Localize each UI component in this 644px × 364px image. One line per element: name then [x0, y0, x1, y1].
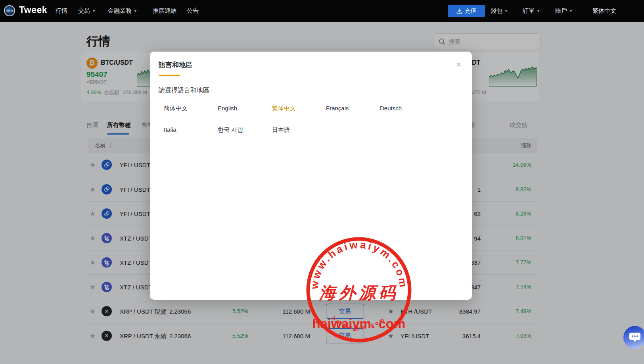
modal-subtitle: 請選擇語言和地區: [159, 87, 209, 95]
language-option-ko[interactable]: 한국 사람: [218, 126, 243, 134]
chevron-down-icon: ▾: [537, 9, 539, 13]
language-option-ja[interactable]: 日本語: [272, 126, 290, 134]
nav-item-trade[interactable]: 交易▾: [78, 7, 95, 15]
brand-logo-icon[interactable]: Tweek: [4, 5, 15, 16]
language-switcher[interactable]: 繁体中文: [592, 7, 616, 15]
language-option-zh-cn[interactable]: 简体中文: [164, 105, 188, 112]
language-option-de[interactable]: Deutsch: [380, 105, 402, 112]
chevron-down-icon: ▾: [505, 9, 507, 13]
language-option-it[interactable]: Italia: [164, 126, 176, 133]
modal-title: 語言和地區: [159, 60, 192, 69]
deposit-label: 充值: [465, 7, 477, 15]
language-option-zh-tw[interactable]: 繁体中文: [272, 105, 296, 112]
language-modal: 語言和地區 ✕ 請選擇語言和地區 简体中文 English 繁体中文 Franç…: [150, 52, 472, 300]
chevron-down-icon: ▾: [570, 9, 572, 13]
brand-name[interactable]: Tweek: [19, 5, 47, 15]
nav-item-markets[interactable]: 行情: [56, 7, 67, 15]
download-icon: [456, 8, 462, 14]
nav-item-referral[interactable]: 推廣連結: [153, 7, 176, 15]
modal-title-underline: [159, 75, 180, 76]
brand-logo-text: Tweek: [6, 10, 13, 12]
nav-item-account[interactable]: 賬戶▾: [555, 7, 572, 15]
top-navbar: Tweek Tweek 行情 交易▾ 金融業務▾ 推廣連結 公告 充值 錢包▾ …: [0, 0, 644, 22]
language-option-en[interactable]: English: [218, 105, 237, 112]
modal-divider: [150, 78, 472, 78]
nav-item-finance[interactable]: 金融業務▾: [108, 7, 136, 15]
chevron-down-icon: ▾: [134, 9, 136, 13]
nav-item-announcements[interactable]: 公告: [187, 7, 199, 15]
app-root: Tweek Tweek 行情 交易▾ 金融業務▾ 推廣連結 公告 充值 錢包▾ …: [0, 0, 644, 364]
nav-item-orders[interactable]: 訂單▾: [523, 7, 539, 15]
language-option-fr[interactable]: Français: [326, 105, 349, 112]
chat-bubble-icon: [629, 332, 641, 343]
close-icon[interactable]: ✕: [456, 60, 462, 69]
chevron-down-icon: ▾: [93, 9, 95, 13]
nav-item-wallet[interactable]: 錢包▾: [491, 7, 507, 15]
support-chat-button[interactable]: [623, 326, 644, 349]
deposit-button[interactable]: 充值: [448, 5, 485, 17]
